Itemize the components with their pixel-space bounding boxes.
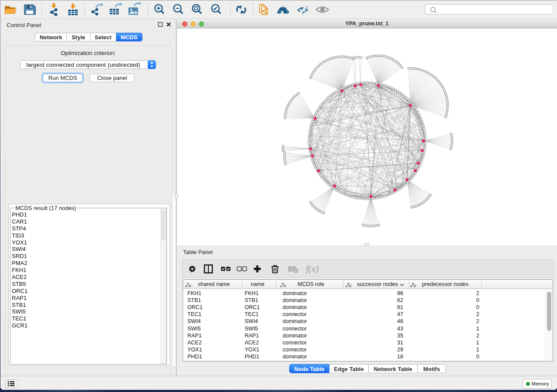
- svg-text:f(x): f(x): [306, 264, 318, 274]
